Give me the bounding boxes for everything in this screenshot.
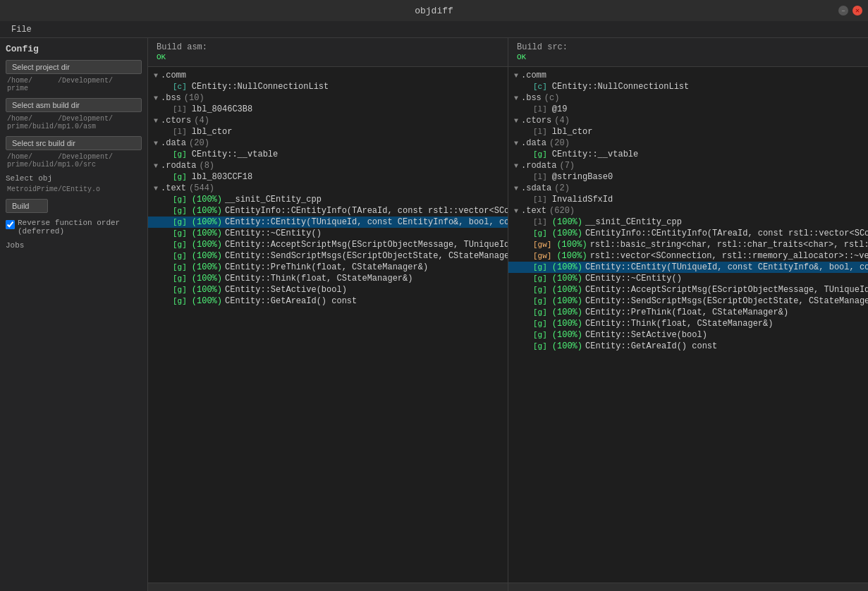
section-arrow-icon: ▼: [514, 207, 518, 215]
tree-item[interactable]: [g] (100%) CEntity::Think(float, CStateM…: [148, 273, 508, 284]
left-panel: Build asm: OK ▼.comm[c] CEntity::NullCon…: [148, 38, 508, 591]
item-name: CEntity::AcceptScriptMsg(EScriptObjectMe…: [225, 240, 508, 250]
tree-item[interactable]: [g] (100%) CEntity::CEntity(TUniqueId, c…: [148, 217, 508, 228]
tree-item[interactable]: [g] CEntity::__vtable: [508, 149, 868, 160]
section-arrow-icon: ▼: [514, 140, 518, 147]
tree-item[interactable]: [l] (100%) __sinit_CEntity_cpp: [508, 217, 868, 228]
tree-item[interactable]: [g] (100%) CEntity::SetActive(bool): [148, 284, 508, 296]
right-panel-title: Build src:: [517, 42, 568, 52]
tree-item[interactable]: [g] (100%) CEntity::GetAreaId() const: [148, 296, 508, 307]
tree-item[interactable]: [gw] (100%) rstl::basic_string<char, rst…: [508, 239, 868, 250]
titlebar: objdiff – ✕: [0, 0, 868, 21]
tree-section: ▼.data (20)[g] CEntity::__vtable: [508, 138, 868, 160]
tree-section-header[interactable]: ▼.bss (c): [508, 92, 868, 104]
tree-section: ▼.rodata (8)[g] lbl_803CCF18: [148, 160, 508, 183]
tree-item[interactable]: [g] lbl_803CCF18: [148, 171, 508, 183]
tree-section-header[interactable]: ▼.data (20): [508, 138, 868, 149]
select-asm-build-dir-button[interactable]: Select asm build dir: [6, 98, 142, 112]
item-name: CEntity::NullConnectionList: [192, 82, 329, 92]
left-panel-title: Build asm:: [157, 42, 207, 52]
tree-item[interactable]: [gw] (100%) rstl::vector<SConnection, rs…: [508, 250, 868, 262]
tree-section-header[interactable]: ▼.bss (10): [148, 92, 508, 104]
tree-item[interactable]: [g] (100%) CEntity::PreThink(float, CSta…: [508, 307, 868, 318]
select-project-dir-button[interactable]: Select project dir: [6, 60, 142, 74]
tree-item[interactable]: [g] (100%) CEntity::AcceptScriptMsg(EScr…: [508, 284, 868, 296]
left-panel-status: OK: [157, 53, 166, 61]
close-button[interactable]: ✕: [852, 6, 862, 16]
right-panel-body[interactable]: ▼.comm[c] CEntity::NullConnectionList▼.b…: [508, 67, 868, 583]
section-name: .ctors: [521, 116, 551, 126]
tree-item[interactable]: [g] (100%) CEntity::Think(float, CStateM…: [508, 318, 868, 329]
item-tag: [g]: [531, 285, 549, 295]
tree-item[interactable]: [l] lbl_ctor: [508, 126, 868, 138]
tree-section-header[interactable]: ▼.comm: [148, 70, 508, 81]
item-name: CEntityInfo::CEntityInfo(TAreaId, const …: [225, 206, 508, 216]
item-pct: (100%): [192, 195, 222, 205]
item-name: CEntity::~CEntity(): [585, 274, 682, 284]
reverse-function-order-checkbox[interactable]: [6, 220, 15, 229]
tree-item[interactable]: [g] (100%) CEntity::SendScriptMsgs(EScri…: [508, 296, 868, 307]
tree-section-header[interactable]: ▼.text (620): [508, 205, 868, 217]
item-name: lbl_803CCF18: [192, 172, 252, 182]
tree-section-header[interactable]: ▼.ctors (4): [508, 115, 868, 126]
tree-section-header[interactable]: ▼.rodata (8): [148, 160, 508, 171]
tree-item[interactable]: [l] lbl_8046C3B8: [148, 104, 508, 115]
item-pct: (100%): [552, 229, 582, 238]
tree-item[interactable]: [l] @19: [508, 104, 868, 115]
tree-item[interactable]: [g] (100%) __sinit_CEntity_cpp: [148, 194, 508, 205]
item-tag: [c]: [171, 82, 189, 92]
section-name: .rodata: [161, 161, 196, 171]
tree-item[interactable]: [g] (100%) CEntity::GetAreaId() const: [508, 341, 868, 352]
item-name: CEntity::SendScriptMsgs(EScriptObjectSta…: [585, 296, 868, 306]
section-count: (20): [549, 138, 570, 148]
tree-item[interactable]: [g] (100%) CEntity::AcceptScriptMsg(EScr…: [148, 239, 508, 250]
tree-item[interactable]: [g] (100%) CEntityInfo::CEntityInfo(TAre…: [508, 228, 868, 239]
left-panel-scrollbar[interactable]: [148, 583, 508, 591]
tree-item[interactable]: [g] (100%) CEntity::PreThink(float, CSta…: [148, 262, 508, 273]
tree-item[interactable]: [g] CEntity::__vtable: [148, 149, 508, 160]
right-panel-scrollbar[interactable]: [508, 583, 868, 591]
section-arrow-icon: ▼: [154, 95, 158, 102]
item-tag: [c]: [531, 82, 549, 92]
app-title: objdiff: [415, 6, 453, 16]
tree-item[interactable]: [g] (100%) CEntity::~CEntity(): [508, 273, 868, 284]
item-tag: [g]: [171, 150, 189, 159]
item-pct: (100%): [192, 229, 222, 238]
tree-item[interactable]: [g] (100%) CEntityInfo::CEntityInfo(TAre…: [148, 205, 508, 217]
tree-item[interactable]: [l] @stringBase0: [508, 171, 868, 183]
tree-section-header[interactable]: ▼.rodata (7): [508, 160, 868, 171]
item-name: CEntity::CEntity(TUniqueId, const CEntit…: [225, 217, 508, 227]
menu-file[interactable]: File: [6, 23, 37, 36]
minimize-button[interactable]: –: [838, 6, 848, 16]
item-tag: [l]: [531, 127, 549, 137]
item-tag: [g]: [531, 307, 549, 317]
tree-item[interactable]: [g] (100%) CEntity::SendScriptMsgs(EScri…: [148, 250, 508, 262]
tree-item[interactable]: [l] lbl_ctor: [148, 126, 508, 138]
tree-section: ▼.rodata (7)[l] @stringBase0: [508, 160, 868, 183]
item-name: @stringBase0: [552, 172, 613, 182]
tree-item[interactable]: [g] (100%) CEntity::~CEntity(): [148, 228, 508, 239]
tree-section: ▼.text (620)[l] (100%) __sinit_CEntity_c…: [508, 205, 868, 352]
item-name: CEntityInfo::CEntityInfo(TAreaId, const …: [585, 229, 868, 238]
tree-section-header[interactable]: ▼.ctors (4): [148, 115, 508, 126]
tree-section-header[interactable]: ▼.comm: [508, 70, 868, 81]
section-count: (c): [544, 93, 560, 103]
section-count: (4): [194, 116, 209, 126]
section-count: (2): [554, 183, 570, 193]
tree-item[interactable]: [g] (100%) CEntity::SetActive(bool): [508, 329, 868, 341]
tree-section-header[interactable]: ▼.text (544): [148, 183, 508, 194]
tree-item[interactable]: [c] CEntity::NullConnectionList: [508, 81, 868, 92]
section-name: .data: [521, 138, 546, 148]
tree-section-header[interactable]: ▼.sdata (2): [508, 183, 868, 194]
item-name: CEntity::PreThink(float, CStateManager&): [585, 307, 788, 317]
tree-item[interactable]: [l] InvalidSfxId: [508, 194, 868, 205]
tree-item[interactable]: [g] (100%) CEntity::CEntity(TUniqueId, c…: [508, 262, 868, 273]
item-name: InvalidSfxId: [552, 195, 613, 205]
tree-section-header[interactable]: ▼.data (20): [148, 138, 508, 149]
sidebar-heading: Config: [6, 44, 142, 54]
item-tag: [l]: [171, 127, 189, 137]
left-panel-body[interactable]: ▼.comm[c] CEntity::NullConnectionList▼.b…: [148, 67, 508, 583]
build-button[interactable]: Build: [6, 199, 48, 213]
tree-item[interactable]: [c] CEntity::NullConnectionList: [148, 81, 508, 92]
select-src-build-dir-button[interactable]: Select src build dir: [6, 136, 142, 150]
